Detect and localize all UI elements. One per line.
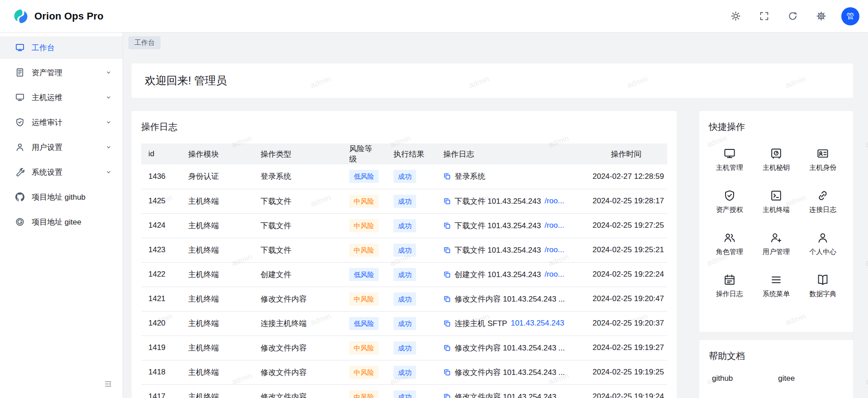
result-badge: 成功 (394, 195, 416, 208)
sidebar-item-user-settings[interactable]: 用户设置 (0, 136, 123, 158)
refresh-button[interactable] (784, 8, 801, 24)
welcome-message: 欢迎回来! 管理员 (145, 73, 227, 88)
cell-module: 主机终端 (181, 336, 253, 360)
cell-log: 下载文件 101.43.254.243 /roo... (436, 189, 585, 213)
quick-action-host-key[interactable]: 主机秘钥 (753, 139, 799, 181)
sidebar-item-workbench[interactable]: 工作台 (0, 36, 123, 59)
table-row: 1423 主机终端 下载文件 中风险 成功 (141, 238, 667, 262)
chevron-down-icon (105, 69, 112, 76)
app-title: Orion Ops Pro (34, 10, 104, 22)
log-detail-text: 下载文件 101.43.254.243 (455, 221, 541, 231)
cell-module: 主机终端 (181, 311, 253, 336)
sidebar-item-audit[interactable]: 运维审计 (0, 111, 123, 134)
copy-icon[interactable] (443, 246, 451, 254)
table-row: 1417 主机终端 修改文件内容 中风险 成功 (141, 384, 667, 398)
cell-risk: 中风险 (342, 238, 386, 262)
copy-icon[interactable] (443, 369, 451, 376)
log-detail-text: 修改文件内容 101.43.254.243 ... (455, 367, 565, 378)
quick-actions-card: 快捷操作 主机管理 主机秘钥 主机身份 (699, 111, 853, 332)
tab-workbench[interactable]: 工作台 (128, 36, 161, 49)
cell-id: 1425 (141, 189, 181, 213)
cell-result: 成功 (386, 287, 436, 311)
cell-module: 主机终端 (181, 213, 253, 238)
gear-icon (816, 11, 826, 21)
cell-id: 1419 (141, 336, 181, 360)
result-badge: 成功 (394, 293, 416, 306)
log-detail-link[interactable]: /roo... (545, 245, 564, 254)
quick-action-role-manage[interactable]: 角色管理 (706, 223, 753, 265)
cell-type: 连接主机终端 (253, 311, 342, 336)
key-safe-icon (770, 148, 782, 159)
gitee-link[interactable]: gitee (778, 374, 795, 383)
cell-id: 1423 (141, 238, 181, 262)
log-detail-text: 下载文件 101.43.254.243 (455, 196, 541, 206)
host-ops-icon (15, 93, 24, 102)
github-icon (15, 192, 24, 201)
column-header-risk: 风险等级 (342, 144, 386, 164)
quick-action-host-terminal[interactable]: 主机终端 (753, 181, 799, 223)
copy-icon[interactable] (443, 320, 451, 327)
cell-id: 1424 (141, 213, 181, 238)
cell-id: 1422 (141, 262, 181, 287)
log-detail-link[interactable]: /roo... (545, 197, 564, 206)
log-table-body: 1436 身份认证 登录系统 低风险 成功 (141, 164, 667, 398)
sidebar-item-gitee[interactable]: 项目地址 gitee (0, 211, 123, 233)
log-detail-link[interactable]: /roo... (545, 270, 564, 279)
sidebar-item-host-ops[interactable]: 主机运维 (0, 86, 123, 109)
cell-module: 身份认证 (181, 164, 253, 189)
sidebar-item-assets[interactable]: 资产管理 (0, 61, 123, 84)
cell-type: 下载文件 (253, 189, 342, 213)
cell-time: 2024-02-27 12:28:59 (585, 164, 667, 189)
settings-button[interactable] (813, 8, 829, 24)
result-badge: 成功 (394, 268, 416, 281)
copy-icon[interactable] (443, 173, 451, 180)
log-detail-text: 连接主机 SFTP (455, 318, 507, 329)
menu-icon (770, 274, 782, 286)
sidebar-item-label: 运维审计 (32, 117, 62, 128)
quick-action-data-dict[interactable]: 数据字典 (800, 265, 846, 307)
log-detail-link[interactable]: 101.43.254.243 (511, 319, 564, 328)
copy-icon[interactable] (443, 295, 451, 303)
quick-action-system-menu[interactable]: 系统菜单 (753, 265, 799, 307)
watermark-text: admin (864, 253, 868, 269)
cell-type: 创建文件 (253, 262, 342, 287)
welcome-card: 欢迎回来! 管理员 (132, 63, 853, 98)
sidebar-item-github[interactable]: 项目地址 github (0, 186, 123, 208)
copy-icon[interactable] (443, 222, 451, 230)
cell-module: 主机终端 (181, 360, 253, 384)
quick-action-host-identity[interactable]: 主机身份 (800, 139, 846, 181)
quick-action-host-manage[interactable]: 主机管理 (706, 139, 753, 181)
operation-log-table: id 操作模块 操作类型 风险等级 执行结果 操作日志 操作时间 1436 身份… (141, 144, 667, 398)
user-avatar[interactable]: 管 (841, 7, 859, 25)
quick-actions-title: 快捷操作 (699, 111, 853, 133)
chevron-down-icon (105, 144, 112, 150)
cell-risk: 低风险 (342, 311, 386, 336)
fullscreen-button[interactable] (756, 8, 772, 24)
cell-log: 修改文件内容 101.43.254.243 ... (436, 360, 585, 384)
cell-result: 成功 (386, 384, 436, 398)
github-link[interactable]: github (712, 374, 733, 383)
main-content: 工作台 欢迎回来! 管理员 操作日志 id 操作模块 操作类型 风险等级 执行 (123, 33, 868, 398)
theme-toggle-button[interactable] (727, 8, 744, 24)
help-docs-card: 帮助文档 github gitee (699, 340, 853, 398)
copy-icon[interactable] (443, 271, 451, 278)
result-badge: 成功 (394, 170, 416, 183)
cell-result: 成功 (386, 360, 436, 384)
collapse-sidebar-button[interactable] (104, 380, 114, 390)
quick-action-connect-log[interactable]: 连接日志 (800, 181, 846, 223)
copy-icon[interactable] (443, 197, 451, 205)
risk-badge: 低风险 (349, 170, 379, 183)
cell-type: 修改文件内容 (253, 287, 342, 311)
log-detail-link[interactable]: /roo... (545, 221, 564, 230)
quick-action-operation-log[interactable]: 操作日志 (706, 265, 753, 307)
cell-result: 成功 (386, 336, 436, 360)
quick-action-asset-auth[interactable]: 资产授权 (706, 181, 753, 223)
quick-action-personal-center[interactable]: 个人中心 (800, 223, 846, 265)
result-badge: 成功 (394, 390, 416, 398)
risk-badge: 中风险 (349, 390, 379, 398)
cell-risk: 中风险 (342, 360, 386, 384)
sidebar-item-system-settings[interactable]: 系统设置 (0, 161, 123, 183)
quick-action-user-manage[interactable]: 用户管理 (753, 223, 799, 265)
copy-icon[interactable] (443, 393, 451, 398)
copy-icon[interactable] (443, 344, 451, 352)
